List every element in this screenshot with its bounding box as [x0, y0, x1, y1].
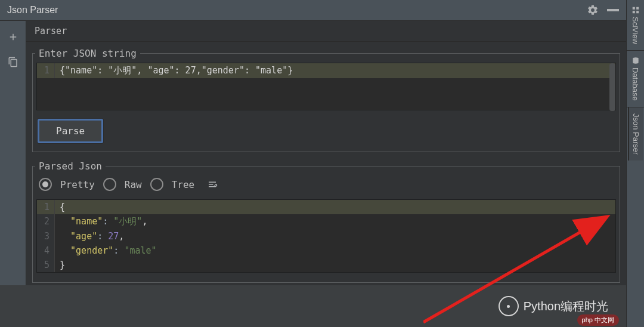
enter-json-legend: Enter JSON string — [35, 48, 140, 59]
watermark-text: Python编程时光 — [524, 298, 608, 314]
sidebar-item-database[interactable]: Database — [628, 51, 642, 107]
radio-pretty-label[interactable]: Pretty — [60, 179, 95, 190]
hide-icon[interactable] — [607, 9, 619, 11]
copy-icon[interactable] — [8, 57, 18, 67]
json-string: "male" — [124, 245, 156, 256]
svg-rect-3 — [632, 11, 634, 13]
database-icon — [631, 57, 640, 65]
json-string: "小明" — [113, 216, 142, 227]
radio-tree-label[interactable]: Tree — [172, 179, 195, 190]
json-input-line[interactable]: {"name": "小明", "age": 27,"gender": "male… — [55, 63, 615, 78]
svg-rect-2 — [636, 7, 639, 10]
parsed-json-section: Parsed Json Pretty Raw Tree 1 { — [32, 161, 620, 283]
wrap-icon[interactable] — [206, 179, 218, 190]
sidebar-item-sciview[interactable]: SciView — [628, 0, 642, 50]
brace-open: { — [60, 202, 65, 212]
radio-tree[interactable] — [150, 178, 163, 191]
wechat-icon — [499, 296, 519, 316]
line-number: 4 — [37, 243, 55, 258]
watermark: Python编程时光 — [499, 296, 608, 316]
json-key: "age" — [70, 231, 97, 242]
brace-close: } — [60, 260, 65, 270]
radio-raw-label[interactable]: Raw — [125, 179, 142, 190]
tool-window-title: Json Parser — [7, 5, 58, 16]
left-toolbar — [0, 21, 26, 285]
line-number: 3 — [37, 229, 55, 243]
parser-tab-label: Parser — [26, 21, 626, 42]
json-key: "name" — [70, 216, 103, 227]
line-number: 1 — [37, 200, 55, 214]
enter-json-section: Enter JSON string 1 {"name": "小明", "age"… — [32, 48, 620, 152]
svg-rect-4 — [636, 11, 639, 13]
radio-pretty[interactable] — [39, 178, 52, 191]
parsed-json-legend: Parsed Json — [35, 161, 106, 172]
line-number: 5 — [37, 258, 55, 272]
sidebar-item-json-parser[interactable]: Json Parser — [628, 107, 643, 161]
svg-rect-0 — [607, 9, 619, 11]
parsed-json-viewer[interactable]: 1 { 2 "name": "小明", 3 "age": 27, 4 "gend… — [36, 199, 616, 273]
php-badge: php 中文网 — [577, 314, 619, 326]
line-number: 2 — [37, 214, 55, 229]
line-number: 1 — [37, 63, 55, 78]
gear-icon[interactable] — [587, 4, 599, 16]
radio-raw[interactable] — [103, 178, 116, 191]
parse-button[interactable]: Parse — [38, 119, 103, 143]
right-tool-tabs: SciView Database Json Parser — [626, 0, 644, 327]
json-key: "gender" — [70, 245, 113, 256]
add-tab-icon[interactable] — [8, 32, 18, 42]
svg-rect-1 — [632, 7, 634, 10]
sciview-icon — [631, 6, 640, 14]
json-input-editor[interactable]: 1 {"name": "小明", "age": 27,"gender": "ma… — [36, 63, 616, 110]
tool-window-header: Json Parser — [0, 0, 626, 21]
scrollbar[interactable] — [609, 63, 615, 111]
json-number: 27 — [108, 231, 119, 242]
